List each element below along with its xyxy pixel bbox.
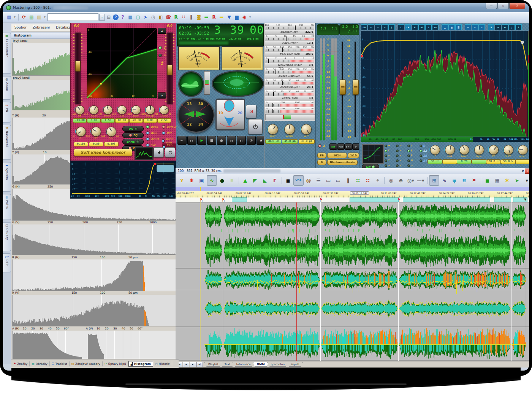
monitor-route-button[interactable]: ∿	[440, 175, 449, 185]
comp-power-knob[interactable]	[103, 105, 112, 115]
spectrum-toolbar-button-2[interactable]: ∿	[375, 24, 381, 30]
curve-1-led[interactable]: 1	[158, 46, 165, 49]
eq-f-knob[interactable]	[430, 145, 440, 155]
video-icon[interactable]: ▦	[127, 14, 134, 21]
nav-button[interactable]: ◀	[183, 362, 189, 367]
dsp-fir-button[interactable]: FIR	[337, 143, 345, 150]
panel-tab-historie[interactable]: ◷Historie	[153, 361, 172, 366]
filter-shape-cell[interactable]: Y	[385, 159, 390, 162]
phone-icon[interactable]: ☎	[165, 14, 172, 21]
dash-menu-button[interactable]: —▾	[416, 175, 425, 185]
prev-button[interactable]: |◀	[227, 136, 236, 145]
spectrum-toolbar-button-3[interactable]: ∩	[382, 24, 388, 30]
spectrum-toolbar-button-7[interactable]: LR	[405, 24, 411, 30]
eq-knob-value[interactable]: 0.70	[457, 159, 472, 164]
end-marker[interactable]: ◥	[524, 197, 526, 202]
burst-yellow-button[interactable]: ✱	[502, 175, 512, 185]
editor-tab-signal[interactable]: signál	[287, 362, 303, 367]
comp-fa-value[interactable]: 0.300	[104, 142, 119, 146]
network-button[interactable]: ψ	[450, 175, 459, 185]
faders-icon[interactable]: ‖	[188, 14, 195, 21]
timeline-ruler[interactable]: -00:00:46.25700:00:54.74200:02:35.74200:…	[176, 191, 529, 198]
panel-tab-znacky[interactable]: ⚑Značky	[11, 361, 30, 366]
filter-shape-cell[interactable]: Y	[407, 144, 412, 147]
mode-VAL[interactable]: VAL	[146, 143, 156, 147]
groove-land-knob[interactable]	[268, 124, 278, 135]
stop-button[interactable]: ■	[207, 136, 216, 145]
side-tab-nastaveni[interactable]: ⚒Nastavení	[3, 125, 11, 160]
groove-vert-knob[interactable]	[301, 124, 312, 135]
side-tab-zoom[interactable]: ◎Zoom	[3, 76, 11, 100]
editor-tab-informace[interactable]: Informace	[233, 362, 255, 367]
fader-handle-right[interactable]	[353, 80, 359, 95]
spectrum-toolbar-button-19[interactable]: ≡	[478, 24, 485, 30]
autostop-button[interactable]: ⇤	[177, 136, 187, 145]
quick-search-combo[interactable]	[48, 13, 98, 21]
mini-spectrum-display[interactable]	[135, 147, 154, 160]
eq-knob-value[interactable]: 30 Hz	[428, 159, 442, 164]
slope-cell[interactable]: 24	[420, 159, 427, 162]
next-button[interactable]: ▶|	[237, 136, 246, 145]
splitter-icon[interactable]: Y	[177, 175, 187, 185]
comp-gate-knob[interactable]	[131, 105, 141, 115]
menu-item-zobrazeni[interactable]: Zobrazení	[33, 25, 50, 29]
save-icon[interactable]: ▣	[197, 175, 206, 185]
mode-peak[interactable]: peak	[146, 125, 158, 129]
output-fader-handle[interactable]	[167, 65, 173, 75]
comp-decay-value[interactable]: 0.00	[143, 118, 157, 123]
eq-EE-knob[interactable]	[504, 145, 513, 155]
combo-dropdown-button[interactable]: ▾	[99, 14, 105, 21]
editor-tab-dmm[interactable]: DMM	[253, 362, 269, 367]
burst-icon[interactable]: ✱	[187, 175, 196, 185]
green-key-icon[interactable]: ▬	[203, 14, 210, 21]
comp-att-value[interactable]: 0.100	[74, 142, 88, 146]
panel-tab-histogram[interactable]: ▟Histogram	[128, 361, 153, 367]
groove-width-value[interactable]: 45.0 µm	[282, 139, 298, 144]
snail-button[interactable]: @	[304, 175, 314, 185]
panel-tab-obrazky[interactable]: ▦Obrázky	[30, 361, 49, 366]
close-button[interactable]: X	[509, 3, 525, 9]
eq-pink-knob[interactable]	[445, 145, 455, 155]
probe-button[interactable]: ⌖	[373, 175, 382, 185]
yellow-tag-icon[interactable]: ▬	[218, 14, 225, 21]
panel-tab-tracklist[interactable]: ☰Tracklist	[50, 361, 70, 366]
record-ready-icon[interactable]: R	[173, 14, 179, 21]
context-help-icon[interactable]: ?	[119, 14, 126, 21]
minimize-button[interactable]: —	[486, 3, 497, 9]
comp-decay-knob[interactable]	[146, 105, 155, 115]
spectrum-toolbar-button-23[interactable]: ◆	[502, 24, 508, 30]
target-button[interactable]: ⊕	[396, 175, 405, 185]
spectrum-toolbar-button-22[interactable]: →	[495, 24, 501, 30]
more-caret[interactable]: ▾	[249, 14, 252, 21]
eq-knob-value[interactable]	[442, 159, 457, 164]
loop-a-button[interactable]: ▭	[324, 175, 333, 185]
columns-caret[interactable]: ▾	[43, 14, 46, 21]
spectrum-graph[interactable]	[361, 31, 529, 137]
side-tab-posta[interactable]: ◍Pošta	[3, 194, 11, 220]
comp-toggle-band[interactable]: BAND	[122, 139, 144, 145]
steps-fwd-button[interactable]: ∷	[353, 175, 363, 185]
filter-shape-cell[interactable]: ≺	[396, 164, 402, 167]
dsp-pill-1024[interactable]: 1024	[327, 153, 347, 158]
filter-shape-cell[interactable]: ~	[407, 164, 413, 167]
filter-shape-cell[interactable]: ∩	[385, 154, 390, 157]
comment-icon[interactable]: ▢	[135, 14, 141, 21]
eq-band-knob[interactable]	[459, 145, 469, 155]
spectrum-toolbar-button-4[interactable]: ʃ	[388, 24, 395, 30]
groove-width-knob[interactable]	[284, 124, 295, 135]
dsp-pill-BlackmanHarris[interactable]: Blackman-Harris	[327, 159, 358, 165]
ffwd-button[interactable]: ▶▶	[187, 136, 196, 145]
lock-icon[interactable]: ◙	[195, 14, 202, 21]
dsp-pill-FB[interactable]: FB	[317, 153, 326, 158]
print-icon[interactable]: ⊟	[105, 14, 112, 21]
slope-cell[interactable]: 6	[420, 144, 425, 148]
comp-ratio-value[interactable]: 6.00	[87, 118, 101, 123]
nav-button[interactable]: ▶|	[196, 362, 203, 367]
spectrum-toolbar-button-15[interactable]: █	[455, 24, 462, 30]
filter-shape-cell[interactable]: ∨	[396, 159, 401, 162]
input-fader[interactable]	[74, 32, 81, 105]
side-tab-odkazy[interactable]: ▢Odkazy	[3, 222, 11, 251]
eject-button[interactable]: ⊠	[246, 105, 256, 118]
waveform-tracks-canvas[interactable]	[176, 202, 529, 361]
waveform-view-button[interactable]: ∿	[207, 175, 217, 186]
